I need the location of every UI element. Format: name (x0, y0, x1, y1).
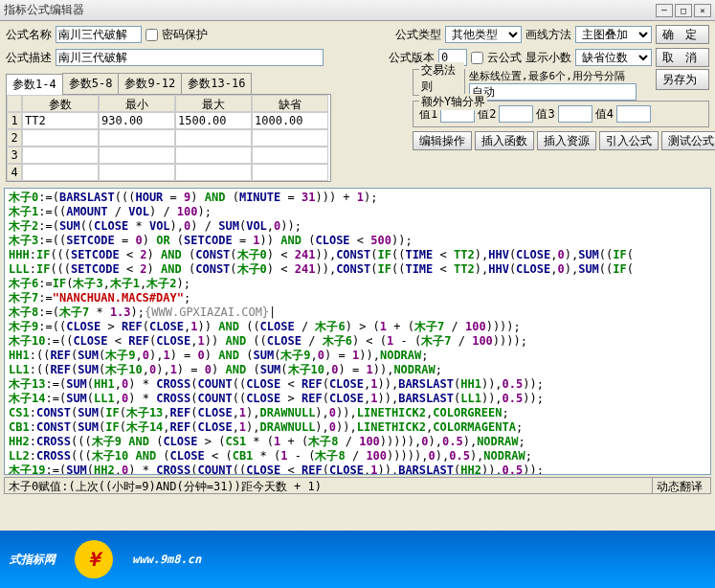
param-grid[interactable]: 参数最小最大缺省1TT2930.001500.001000.00234 (6, 94, 331, 182)
type-label: 公式类型 (395, 27, 441, 43)
status-left: 木子0赋值:(上次((小时=9)AND(分钟=31))距今天数 + 1) (5, 478, 653, 493)
extra-legend: 额外Y轴分界 (419, 94, 487, 110)
dec-select[interactable]: 缺省位数 (575, 49, 652, 66)
coord-input[interactable] (469, 83, 637, 101)
v3-input[interactable] (558, 105, 592, 123)
coord-label: 坐标线位置,最多6个,用分号分隔 (469, 69, 652, 83)
param-cell[interactable] (175, 164, 252, 181)
footer-banner: 式指标网 ¥ www.9m8.cn (0, 531, 715, 588)
name-input[interactable] (56, 26, 142, 43)
draw-select[interactable]: 主图叠加 (575, 26, 652, 43)
param-cell[interactable] (22, 147, 99, 164)
param-header: 最小 (99, 95, 175, 112)
desc-input[interactable] (56, 49, 324, 66)
test-button[interactable]: 测试公式 (661, 131, 715, 150)
cloud-checkbox[interactable] (471, 52, 483, 64)
param-rownum: 2 (7, 129, 22, 147)
status-bar: 木子0赋值:(上次((小时=9)AND(分钟=31))距今天数 + 1) 动态翻… (4, 477, 711, 494)
tab-params-13-16[interactable]: 参数13-16 (181, 73, 252, 94)
param-cell[interactable] (175, 129, 252, 147)
param-cell[interactable] (22, 129, 99, 147)
v4-label: 值4 (595, 106, 614, 123)
minimize-icon[interactable]: ─ (656, 4, 673, 17)
maximize-icon[interactable]: □ (675, 4, 692, 17)
footer-url: www.9m8.cn (132, 553, 201, 566)
dec-label: 显示小数 (525, 50, 571, 66)
cancel-button[interactable]: 取 消 (656, 48, 709, 67)
param-cell[interactable]: 1500.00 (175, 112, 252, 129)
desc-label: 公式描述 (6, 50, 52, 66)
close-icon[interactable]: × (694, 4, 711, 17)
param-header: 参数 (22, 95, 99, 112)
tab-params-5-8[interactable]: 参数5-8 (62, 73, 120, 94)
param-cell[interactable] (175, 147, 252, 164)
param-tabs: 参数1-4 参数5-8 参数9-12 参数13-16 (6, 73, 341, 94)
param-cell[interactable] (22, 164, 99, 181)
v2-input[interactable] (499, 105, 533, 123)
password-checkbox[interactable] (145, 29, 158, 41)
tab-params-1-4[interactable]: 参数1-4 (6, 74, 63, 95)
param-cell[interactable]: 930.00 (99, 112, 175, 129)
edit-op-button[interactable]: 编辑操作 (413, 131, 472, 150)
ok-button[interactable]: 确 定 (656, 25, 709, 44)
param-cell[interactable] (252, 147, 328, 164)
tab-params-9-12[interactable]: 参数9-12 (118, 73, 182, 94)
param-header: 缺省 (252, 95, 328, 112)
param-cell[interactable]: TT2 (22, 112, 99, 129)
param-rownum: 3 (7, 147, 22, 164)
code-editor[interactable]: 木子0:=(BARSLAST(((HOUR = 9) AND (MINUTE =… (4, 188, 711, 475)
v3-label: 值3 (536, 106, 554, 123)
saveas-button[interactable]: 另存为 (656, 69, 709, 90)
param-cell[interactable] (252, 164, 328, 181)
param-cell[interactable] (99, 164, 175, 181)
param-cell[interactable] (99, 147, 175, 164)
password-label: 密码保护 (162, 27, 208, 43)
param-rownum: 4 (7, 164, 22, 181)
param-rownum: 1 (7, 112, 22, 129)
param-header (7, 95, 22, 112)
param-cell[interactable]: 1000.00 (252, 112, 328, 129)
titlebar: 指标公式编辑器 ─ □ × (0, 0, 715, 21)
param-cell[interactable] (252, 129, 328, 147)
name-label: 公式名称 (6, 27, 52, 43)
import-button[interactable]: 引入公式 (599, 131, 659, 150)
window-title: 指标公式编辑器 (4, 2, 654, 18)
right-panel: 交易法则 无 坐标线位置,最多6个,用分号分隔 另存为 额外Y轴分界 值1 值2… (413, 69, 709, 150)
type-select[interactable]: 其他类型 (445, 26, 522, 43)
param-header: 最大 (175, 95, 252, 112)
cloud-label: 云公式 (487, 50, 522, 66)
draw-label: 画线方法 (525, 27, 571, 43)
insert-res-button[interactable]: 插入资源 (537, 131, 596, 150)
footer-left: 式指标网 (10, 552, 56, 568)
insert-func-button[interactable]: 插入函数 (475, 131, 534, 150)
status-right: 动态翻译 (653, 478, 710, 493)
logo-icon: ¥ (75, 540, 113, 578)
trade-legend: 交易法则 (419, 62, 464, 95)
v4-input[interactable] (616, 105, 651, 123)
param-cell[interactable] (99, 129, 175, 147)
